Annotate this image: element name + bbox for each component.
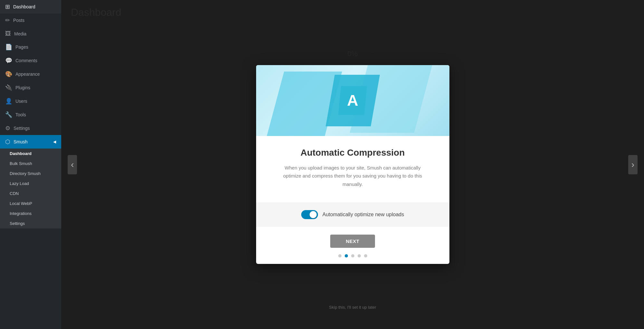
smush-collapse-icon: ◀ (53, 140, 56, 144)
tools-icon: 🔧 (5, 111, 12, 118)
dot-4 (358, 254, 361, 257)
sidebar-item-comments[interactable]: 💬 Comments (0, 54, 61, 67)
sidebar-item-dashboard[interactable]: ⊞ Dashboard (0, 0, 61, 14)
smush-submenu: Dashboard Bulk Smush Directory Smush Laz… (0, 149, 61, 228)
plugins-icon: 🔌 (5, 84, 12, 91)
modal-overlay: ‹ A Automatic Compression When you uploa… (61, 0, 644, 329)
modal-actions: NEXT (256, 227, 449, 264)
sidebar-item-pages[interactable]: 📄 Pages (0, 40, 61, 54)
sidebar-item-media[interactable]: 🖼 Media (0, 27, 61, 40)
sidebar-item-tools[interactable]: 🔧 Tools (0, 108, 61, 121)
sidebar-sub-item-local-webp[interactable]: Local WebP (0, 198, 61, 208)
users-icon: 👤 (5, 98, 12, 105)
toggle-label: Automatically optimize new uploads (322, 212, 404, 218)
skip-link[interactable]: Skip this, I'll set it up later (329, 305, 376, 310)
sidebar-item-plugins[interactable]: 🔌 Plugins (0, 81, 61, 94)
sidebar-item-smush[interactable]: ⬡ Smush ◀ (0, 135, 61, 149)
dot-3 (351, 254, 354, 257)
sidebar-sub-item-smush-settings[interactable]: Settings (0, 218, 61, 228)
next-button[interactable]: NEXT (330, 235, 375, 248)
modal-header-graphic: A (256, 65, 449, 136)
auto-optimize-toggle[interactable] (301, 210, 318, 219)
dot-5 (364, 254, 367, 257)
modal-title: Automatic Compression (275, 148, 430, 158)
skip-link-section: Skip this, I'll set it up later (61, 302, 644, 316)
sidebar-sub-item-dashboard[interactable]: Dashboard (0, 149, 61, 159)
media-icon: 🖼 (5, 30, 11, 37)
sidebar-sub-item-cdn[interactable]: CDN (0, 189, 61, 198)
modal-dialog: A Automatic Compression When you upload … (256, 65, 449, 264)
sidebar-sub-item-integrations[interactable]: Integrations (0, 208, 61, 218)
smush-logo: A (338, 86, 367, 115)
settings-icon: ⚙ (5, 125, 10, 132)
toggle-thumb (310, 211, 317, 218)
pages-icon: 📄 (5, 44, 12, 51)
dot-2 (345, 254, 348, 257)
sidebar-item-users[interactable]: 👤 Users (0, 94, 61, 108)
sidebar-item-posts[interactable]: ✏ Posts (0, 14, 61, 27)
sidebar-sub-item-lazy-load[interactable]: Lazy Load (0, 179, 61, 189)
smush-icon: ⬡ (5, 138, 10, 145)
modal-next-button[interactable]: › (628, 155, 638, 174)
comments-icon: 💬 (5, 57, 12, 64)
appearance-icon: 🎨 (5, 71, 12, 78)
dashboard-icon: ⊞ (5, 3, 10, 10)
pagination-dots (338, 254, 367, 257)
modal-body: Automatic Compression When you upload im… (256, 136, 449, 195)
modal-toggle-section: Automatically optimize new uploads (256, 202, 449, 227)
modal-prev-button[interactable]: ‹ (68, 155, 77, 174)
sidebar-item-appearance[interactable]: 🎨 Appearance (0, 67, 61, 81)
sidebar-sub-item-directory-smush[interactable]: Directory Smush (0, 169, 61, 179)
sidebar: ⊞ Dashboard ✏ Posts 🖼 Media 📄 Pages 💬 Co… (0, 0, 61, 329)
main-content: Dashboard 0% Images optimized in the med… (61, 0, 644, 329)
posts-icon: ✏ (5, 17, 10, 24)
sidebar-item-settings[interactable]: ⚙ Settings (0, 121, 61, 135)
sidebar-sub-item-bulk-smush[interactable]: Bulk Smush (0, 159, 61, 169)
modal-description: When you upload images to your site, Smu… (275, 164, 430, 189)
dot-1 (338, 254, 341, 257)
